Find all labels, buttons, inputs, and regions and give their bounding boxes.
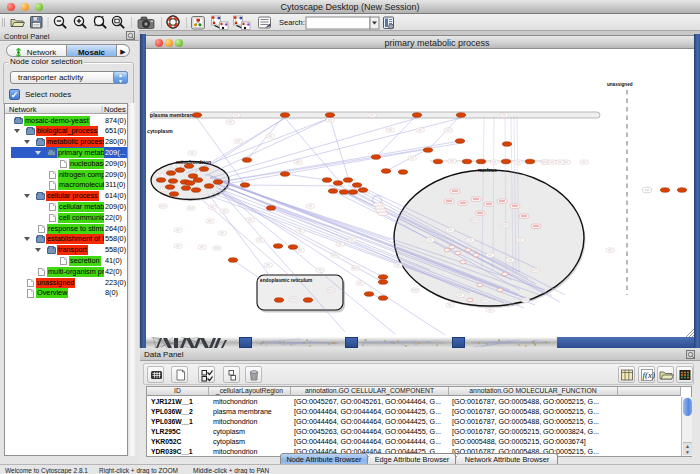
svg-text:cytoplasm: cytoplasm xyxy=(147,128,173,134)
svg-text:mitochondrion: mitochondrion xyxy=(176,159,211,165)
svg-text:f(x): f(x) xyxy=(643,370,656,380)
svg-text:Search:: Search: xyxy=(279,18,305,27)
svg-text:endoplasmic reticulum: endoplasmic reticulum xyxy=(260,278,312,283)
svg-text:plasma membrane: plasma membrane xyxy=(150,112,196,118)
svg-text:unassigned: unassigned xyxy=(607,82,633,87)
svg-text:nucleus: nucleus xyxy=(478,167,497,173)
